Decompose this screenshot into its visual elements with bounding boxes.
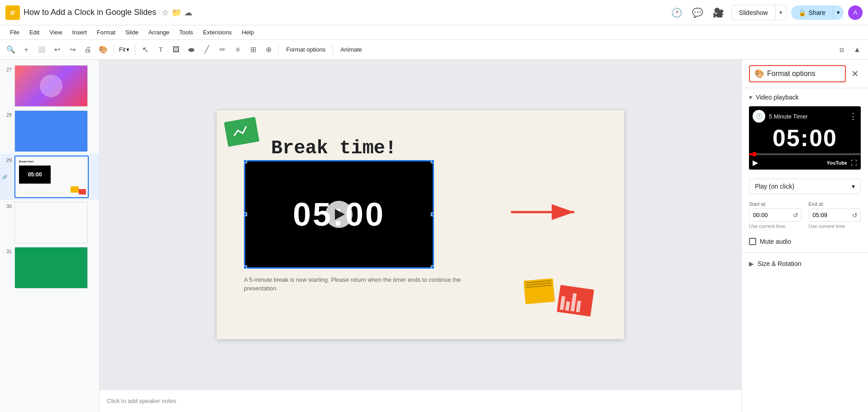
text-tool-button[interactable]: T [153,43,168,57]
size-rotation-chevron-icon: ▶ [749,260,754,267]
zoom-selector[interactable]: Fit ▾ [116,45,132,54]
distribute-button[interactable]: ⊞ [246,43,260,57]
search-button[interactable]: 🔍 [4,43,18,57]
slide-thumb-30[interactable]: 30 [0,200,99,245]
meet-icon[interactable]: 🎥 [711,5,727,21]
menu-tools[interactable]: Tools [175,27,197,38]
user-avatar[interactable]: A [848,5,863,20]
video-element[interactable]: 05:00 [244,160,434,269]
zoom-in-button[interactable]: + [19,43,33,57]
animate-button[interactable]: Animate [336,44,367,55]
thumb-29-sticker2 [79,189,86,194]
menu-edit[interactable]: Edit [25,27,44,38]
version-history-icon[interactable]: 🕐 [669,5,685,21]
format-panel-title-box: 🎨 Format options [749,65,846,82]
play-option-dropdown[interactable]: Play (on click) ▾ [749,179,861,194]
red-chart-sticker [557,285,594,317]
star-icon[interactable]: ☆ [162,8,169,18]
selection-handle-mr[interactable] [431,213,434,216]
format-panel-close-button[interactable]: ✕ [849,66,861,81]
thumb-29-sticker1 [71,186,79,193]
yt-more-icon[interactable]: ⋮ [849,111,857,121]
play-triangle-icon [335,209,345,220]
pen-tool-button[interactable]: ✏ [215,43,229,57]
slide-thumb-31[interactable]: 31 [0,245,99,290]
slide-thumb-28[interactable]: 28 [0,109,99,154]
cursor-tool-button[interactable]: ↖ [138,43,153,57]
cloud-icon[interactable]: ☁ [184,8,192,18]
speaker-notes-placeholder: Click to add speaker notes [107,398,176,404]
yt-fullscreen-button[interactable]: ⛶ [851,159,857,166]
print-button[interactable]: 🖨 [81,43,95,57]
video-playback-section-header[interactable]: ▾ Video playback [742,88,868,106]
selection-handle-br[interactable] [431,265,434,269]
start-time-reset-button[interactable]: ↺ [790,210,801,221]
slide-thumb-27[interactable]: 27 [0,63,99,109]
end-time-input[interactable] [809,209,850,221]
share-dropdown-button[interactable]: ▾ [833,5,844,19]
start-time-label: Start at: [749,201,801,207]
arrange-icon-button[interactable]: ⧈ [835,43,849,57]
undo-button[interactable]: ↩ [50,43,64,57]
yt-play-button[interactable]: ▶ [753,158,758,167]
youtube-thumbnail: 🕐 5 Minute Timer ⋮ 05:00 ▶ YouTube ⛶ [749,106,861,170]
collapse-toolbar-button[interactable]: ▲ [850,43,864,57]
slideshow-button-group: Slideshow ▾ [731,5,787,20]
align-button[interactable]: ≡ [230,43,245,57]
placeholder-button[interactable]: ⊕ [261,43,276,57]
time-inputs-row: Start at: ↺ Use current time End at: ↺ U… [749,201,861,229]
menu-insert[interactable]: Insert [67,27,91,38]
play-dropdown-wrapper: Play (on click) ▾ [749,179,861,194]
line-tool-button[interactable]: ╱ [200,43,214,57]
video-playback-chevron-icon: ▾ [749,94,752,101]
comments-icon[interactable]: 💬 [690,5,706,21]
insert-image-button[interactable]: ⬜ [34,43,49,57]
selection-handle-bl[interactable] [243,265,247,269]
paint-format-button[interactable]: 🎨 [96,43,110,57]
redo-button[interactable]: ↪ [65,43,80,57]
toolbar: 🔍 + ⬜ ↩ ↪ 🖨 🎨 Fit ▾ ↖ T 🖼 ⬬ ╱ ✏ ≡ ⊞ ⊕ Fo… [0,40,868,60]
mute-audio-checkbox[interactable] [749,238,756,245]
play-overlay[interactable] [325,201,353,228]
selection-handle-ml[interactable] [243,213,247,216]
green-sticker [224,117,259,147]
red-arrow [511,201,583,229]
menu-arrange[interactable]: Arrange [144,27,174,38]
slide-number-27: 27 [4,65,12,72]
slideshow-dropdown-button[interactable]: ▾ [775,5,786,19]
yt-header: 🕐 5 Minute Timer ⋮ [749,106,861,126]
end-time-label: End at: [809,201,861,207]
canvas-wrapper: Break time! 05:00 [100,60,741,389]
menu-slide[interactable]: Slide [121,27,143,38]
menu-format[interactable]: Format [92,27,120,38]
slide-image-29: Break time! 05:00 [14,156,89,198]
app-icon[interactable] [5,5,20,20]
end-time-column: End at: ↺ Use current time [809,201,861,229]
selection-handle-tr[interactable] [431,160,434,163]
menu-extensions[interactable]: Extensions [199,27,237,38]
yt-timer-display: 05:00 [773,124,837,152]
menu-file[interactable]: File [5,27,24,38]
image-tool-button[interactable]: 🖼 [169,43,183,57]
menu-help[interactable]: Help [237,27,258,38]
slide-thumb-29[interactable]: 29 Break time! 05:00 🔗 [0,154,99,200]
format-options-toolbar-button[interactable]: Format options [281,44,330,55]
menu-view[interactable]: View [45,27,67,38]
speaker-notes[interactable]: Click to add speaker notes [100,389,741,412]
folder-icon[interactable]: 📁 [172,8,181,18]
slideshow-button[interactable]: Slideshow [732,5,775,20]
youtube-preview: 🕐 5 Minute Timer ⋮ 05:00 ▶ YouTube ⛶ [749,106,861,170]
shape-tool-button[interactable]: ⬬ [184,43,199,57]
yt-progress-fill [749,153,754,155]
size-rotation-section-header[interactable]: ▶ Size & Rotation [742,255,868,273]
start-time-column: Start at: ↺ Use current time [749,201,801,229]
share-button[interactable]: 🔒 Share [791,5,833,20]
start-time-input[interactable] [749,209,790,221]
format-panel-icon: 🎨 [754,69,764,79]
yt-progress-bar[interactable] [749,153,861,155]
slide-number-28: 28 [4,110,12,118]
mute-audio-row: Mute audio [749,238,861,245]
selection-handle-tl[interactable] [243,160,247,163]
end-time-reset-button[interactable]: ↺ [849,210,860,221]
slide-image-30 [14,202,88,243]
